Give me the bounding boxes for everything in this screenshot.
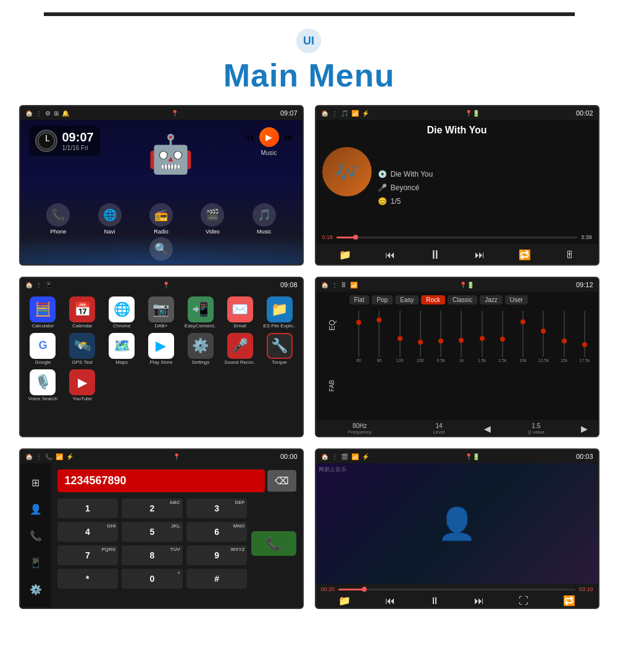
key-star[interactable]: * bbox=[57, 569, 119, 589]
app-playstore[interactable]: ▶ Play Store bbox=[143, 333, 179, 366]
eq-rock-btn[interactable]: Rock bbox=[421, 295, 445, 304]
key-6[interactable]: 6MNO bbox=[186, 522, 248, 542]
video-watermark: 网易云音乐 bbox=[319, 466, 346, 474]
radio-icon-item[interactable]: 📻 Radio bbox=[149, 203, 173, 235]
eq-footer: 80Hz Frequency 14 Level ◀ 1.5 Q value ▶ bbox=[316, 420, 598, 437]
eq-status-left: 🏠 ⋮ 🎚 📶 bbox=[321, 282, 357, 288]
progress-bar[interactable] bbox=[336, 237, 577, 238]
key-9[interactable]: 9WXYZ bbox=[186, 545, 248, 565]
music-btns: ⏮ ▶ ⏭ bbox=[244, 127, 294, 147]
grid-icon: ⊞ bbox=[54, 110, 59, 117]
prev-btn[interactable]: ⏮ bbox=[385, 250, 395, 261]
call-btn[interactable]: 📞 bbox=[251, 531, 296, 556]
app-soundrecorder[interactable]: 🎤 Sound Recor.. bbox=[222, 333, 258, 366]
progress-dot bbox=[353, 235, 358, 240]
eq-pop-btn[interactable]: Pop bbox=[372, 295, 393, 304]
eq-flat-btn[interactable]: Flat bbox=[349, 295, 370, 304]
app-esfile[interactable]: 📁 ES File Explo.. bbox=[262, 296, 298, 329]
app-google-label: Google bbox=[35, 360, 51, 366]
phone-gear-icon[interactable]: ⚙️ bbox=[30, 584, 42, 595]
key-3[interactable]: 3DEF bbox=[186, 498, 248, 518]
eq-easy-btn[interactable]: Easy bbox=[395, 295, 419, 304]
video-icon-item[interactable]: 🎬 Video bbox=[201, 203, 224, 235]
app-calendar[interactable]: 📅 Calendar bbox=[64, 296, 100, 329]
app-easyconnect[interactable]: 📲 EasyConnect.. bbox=[183, 296, 219, 329]
app-gpstest-label: GPS Test bbox=[72, 360, 93, 366]
home-status-bar: 🏠 ⋮ ⚙ ⊞ 🔔 📍 09:07 bbox=[20, 106, 303, 120]
eq-status-icon: 🎚 bbox=[341, 282, 347, 288]
eq-prev-btn[interactable]: ◀ bbox=[479, 424, 496, 434]
eq-presets: Flat Pop Easy Rock Classic Jazz User bbox=[349, 295, 595, 304]
eq-qvalue-item: 1.5 Q value bbox=[497, 422, 575, 435]
eq-user-btn[interactable]: User bbox=[505, 295, 528, 304]
app-torque[interactable]: 🔧 Torque bbox=[262, 333, 298, 366]
apps-screen: 🏠 ⋮ 📱 📍 09:08 🧮 Calculator 📅 Calendar � bbox=[19, 277, 304, 437]
video-label: Video bbox=[206, 229, 220, 235]
app-chrome[interactable]: 🌐 Chrome bbox=[104, 296, 140, 329]
app-settings[interactable]: ⚙️ Settings bbox=[183, 333, 219, 366]
app-youtube[interactable]: ▶ YouTube bbox=[64, 369, 100, 402]
navi-icon-item[interactable]: 🌐 Navi bbox=[98, 203, 122, 235]
music-content: 🎶 💿 Die With You 🎤 Beyoncé 😊 1/5 bbox=[316, 141, 598, 234]
video-pause-btn[interactable]: ⏸ bbox=[430, 595, 440, 607]
app-calculator[interactable]: 🧮 Calculator bbox=[25, 296, 61, 329]
app-maps[interactable]: 🗺️ Maps bbox=[104, 333, 140, 366]
play-btn[interactable]: ▶ bbox=[259, 127, 279, 147]
key-1[interactable]: 1 bbox=[57, 498, 119, 518]
equalizer-btn[interactable]: 🎚 bbox=[565, 250, 575, 261]
video-folder-btn[interactable]: 📁 bbox=[338, 595, 351, 607]
key-7[interactable]: 7PQRS bbox=[57, 545, 119, 565]
phone-sidebar: ⊞ 👤 📞 📱 ⚙️ bbox=[20, 463, 51, 609]
video-next-btn[interactable]: ⏭ bbox=[474, 595, 484, 607]
recent-calls-icon[interactable]: 📞 bbox=[30, 530, 42, 542]
app-gpstest[interactable]: 🛰️ GPS Test bbox=[64, 333, 100, 366]
app-dab[interactable]: 📷 DAB+ bbox=[143, 296, 179, 329]
eq-freq-10k: 10k bbox=[514, 311, 533, 414]
delete-btn[interactable]: ⌫ bbox=[267, 470, 296, 492]
eq-next-btn[interactable]: ▶ bbox=[576, 424, 593, 434]
key-5[interactable]: 5JKL bbox=[122, 522, 183, 542]
eq-freq-100: 100 bbox=[390, 311, 409, 414]
app-voicesearch[interactable]: 🎙️ Voice Search bbox=[25, 369, 61, 402]
screens-grid: 🏠 ⋮ ⚙ ⊞ 🔔 📍 09:07 09:07 bbox=[13, 105, 606, 609]
gpstest-icon: 🛰️ bbox=[74, 338, 91, 354]
key-8[interactable]: 8TUV bbox=[122, 545, 183, 565]
eq-classic-btn[interactable]: Classic bbox=[448, 295, 477, 304]
app-google[interactable]: G Google bbox=[25, 333, 61, 366]
key-4[interactable]: 4GHI bbox=[57, 522, 119, 542]
video-status-bar: 🏠 ⋮ 🎬 📶 ⚡ 📍🔋 00:03 bbox=[316, 450, 598, 463]
music-label: Music bbox=[257, 229, 272, 235]
eq-main: Flat Pop Easy Rock Classic Jazz User bbox=[349, 295, 595, 416]
app-settings-label: Settings bbox=[191, 360, 209, 366]
home-body: 09:07 1/1/16 Fri ⏮ ▶ ⏭ Music 🤖 📞 Phone bbox=[20, 120, 303, 266]
dialpad-icon[interactable]: ⊞ bbox=[31, 477, 40, 489]
video-progress-bar[interactable] bbox=[338, 589, 575, 590]
music-controls: 📁 ⏮ ⏸ ⏭ 🔁 🎚 bbox=[316, 244, 598, 266]
key-0[interactable]: 0+ bbox=[122, 569, 183, 589]
home-icons-row: 📞 Phone 🌐 Navi 📻 Radio 🎬 Video 🎵 bbox=[20, 203, 303, 235]
search-icon-item[interactable]: 🔍 bbox=[149, 237, 173, 261]
prev-icon[interactable]: ⏮ bbox=[244, 132, 254, 143]
eq-freq-1500: 1.5k bbox=[472, 311, 491, 414]
folder-btn[interactable]: 📁 bbox=[339, 249, 351, 261]
video-fullscreen-btn[interactable]: ⛶ bbox=[519, 595, 528, 607]
repeat-btn[interactable]: 🔁 bbox=[519, 249, 531, 261]
video-repeat-btn[interactable]: 🔁 bbox=[563, 595, 575, 607]
key-hash[interactable]: # bbox=[186, 569, 248, 589]
phone-settings-icon[interactable]: 📱 bbox=[30, 557, 42, 569]
apps-status-time: 09:08 bbox=[280, 281, 298, 288]
contacts-icon[interactable]: 👤 bbox=[30, 503, 42, 515]
app-email[interactable]: ✉️ Email bbox=[222, 296, 258, 329]
key-2[interactable]: 2ABC bbox=[122, 498, 183, 518]
music-icon-item[interactable]: 🎵 Music bbox=[253, 203, 276, 235]
radio-label: Radio bbox=[154, 229, 169, 235]
video-prev-btn[interactable]: ⏮ bbox=[385, 595, 395, 607]
current-time: 0:18 bbox=[322, 234, 333, 240]
android-robot: 🤖 bbox=[148, 132, 194, 176]
next-btn[interactable]: ⏭ bbox=[475, 250, 485, 261]
pause-btn[interactable]: ⏸ bbox=[429, 248, 441, 262]
phone-icon-item[interactable]: 📞 Phone bbox=[46, 203, 70, 235]
eq-jazz-btn[interactable]: Jazz bbox=[480, 295, 503, 304]
next-icon[interactable]: ⏭ bbox=[284, 132, 294, 143]
video-progress-dot bbox=[362, 587, 367, 592]
